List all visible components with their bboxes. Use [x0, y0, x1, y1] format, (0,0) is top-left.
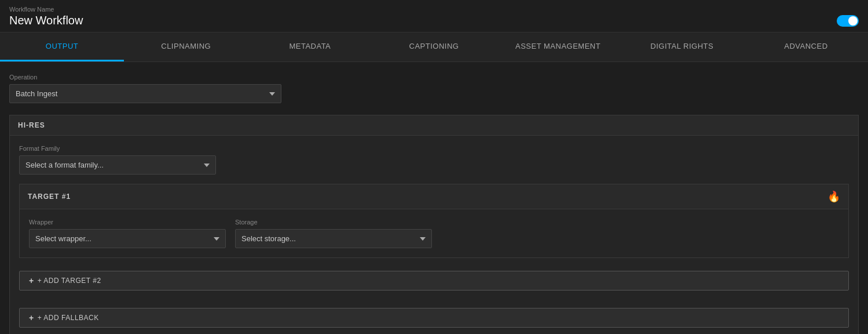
- tab-digital-rights[interactable]: DIGITAL RIGHTS: [620, 32, 744, 61]
- workflow-name-label: Workflow Name: [9, 6, 859, 13]
- add-fallback-label: + ADD FALLBACK: [38, 314, 99, 322]
- action-buttons: + + ADD TARGET #2 + + ADD FALLBACK: [19, 260, 849, 328]
- target-title: TARGET #1: [28, 193, 71, 201]
- target-header: TARGET #1 🔥: [19, 184, 849, 209]
- workflow-toggle[interactable]: [837, 15, 859, 27]
- toggle-knob: [848, 16, 858, 26]
- tab-advanced[interactable]: ADVANCED: [744, 32, 868, 61]
- add-target-plus-icon: +: [29, 276, 34, 285]
- operation-select[interactable]: Batch Ingest Transcode Archive Restore: [9, 84, 281, 103]
- add-target-label: + ADD TARGET #2: [38, 277, 101, 285]
- tab-output[interactable]: OUTPUT: [0, 32, 124, 61]
- format-family-label: Format Family: [19, 145, 849, 152]
- tab-captioning[interactable]: CAPTIONING: [372, 32, 496, 61]
- format-family-select[interactable]: Select a format family...: [19, 155, 216, 175]
- add-target-button[interactable]: + + ADD TARGET #2: [19, 271, 849, 291]
- hi-res-section-body: Format Family Select a format family... …: [9, 136, 859, 334]
- add-fallback-button[interactable]: + + ADD FALLBACK: [19, 308, 849, 328]
- tab-asset-management[interactable]: ASSET MANAGEMENT: [496, 32, 620, 61]
- wrapper-select[interactable]: Select wrapper...: [29, 229, 226, 248]
- add-fallback-plus-icon: +: [29, 313, 34, 322]
- operation-label: Operation: [9, 74, 859, 81]
- hi-res-title: HI-RES: [18, 121, 45, 129]
- target-section: TARGET #1 🔥 Wrapper Select wrapper... St…: [19, 184, 849, 258]
- header: Workflow Name New Workflow: [0, 0, 868, 32]
- wrapper-label: Wrapper: [29, 219, 226, 226]
- main-content: Operation Batch Ingest Transcode Archive…: [0, 62, 868, 334]
- hi-res-section-header: HI-RES: [9, 115, 859, 136]
- storage-field: Storage Select storage...: [235, 219, 432, 248]
- target-fields-row: Wrapper Select wrapper... Storage Select…: [29, 219, 839, 248]
- format-family-field: Format Family Select a format family...: [19, 145, 849, 175]
- target-body: Wrapper Select wrapper... Storage Select…: [19, 209, 849, 258]
- tab-clipnaming[interactable]: CLIPNAMING: [124, 32, 248, 61]
- tab-bar: OUTPUT CLIPNAMING METADATA CAPTIONING AS…: [0, 32, 868, 62]
- flame-icon: 🔥: [827, 190, 840, 203]
- workflow-title: New Workflow: [9, 14, 83, 27]
- wrapper-field: Wrapper Select wrapper...: [29, 219, 226, 248]
- storage-label: Storage: [235, 219, 432, 226]
- operation-field: Operation Batch Ingest Transcode Archive…: [9, 74, 859, 103]
- storage-select[interactable]: Select storage...: [235, 229, 432, 248]
- tab-metadata[interactable]: METADATA: [248, 32, 372, 61]
- workflow-name-row: New Workflow: [9, 14, 859, 27]
